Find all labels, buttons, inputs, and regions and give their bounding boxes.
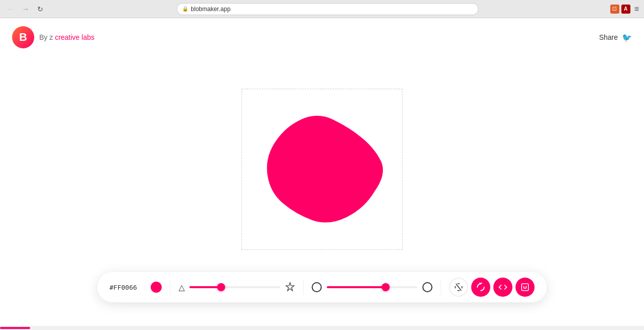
canvas-area <box>0 58 644 280</box>
brave-extension-icon: ⚀ <box>610 5 619 14</box>
divider-2 <box>303 280 304 295</box>
blob-canvas[interactable] <box>242 89 403 250</box>
logo-area: B By z creative labs <box>12 26 95 48</box>
page-content: B By z creative labs Share 🐦 #FF0066 △ <box>0 18 644 330</box>
share-area[interactable]: Share 🐦 <box>599 33 632 42</box>
twitter-icon: 🐦 <box>622 33 632 42</box>
share-label: Share <box>599 33 618 41</box>
scrollbar-thumb[interactable] <box>0 327 30 329</box>
forward-button[interactable]: → <box>20 4 31 14</box>
contrast-slider-thumb[interactable] <box>382 283 390 291</box>
wand-button[interactable] <box>449 278 468 297</box>
contrast-slider-section <box>312 282 433 292</box>
divider-1 <box>170 280 171 295</box>
action-buttons <box>449 278 535 297</box>
contrast-slider-fill <box>327 286 386 288</box>
complexity-slider-section: △ <box>179 282 295 293</box>
contrast-icon <box>312 282 322 292</box>
divider-3 <box>441 280 441 295</box>
scrollbar-bottom <box>0 326 644 330</box>
browser-menu-icon[interactable]: ≡ <box>634 5 639 14</box>
logo-icon: B <box>12 26 34 48</box>
contrast-slider-track[interactable] <box>327 286 418 288</box>
copy-svg-button[interactable] <box>494 278 513 297</box>
blob-path <box>267 115 383 222</box>
toolbar: #FF0066 △ <box>98 272 547 302</box>
download-button[interactable] <box>516 278 535 297</box>
reload-button[interactable]: ↻ <box>35 4 45 14</box>
complexity-icon: △ <box>179 283 185 292</box>
star-icon <box>285 282 295 293</box>
lock-icon: 🔒 <box>182 6 188 12</box>
back-button[interactable]: ← <box>5 4 16 14</box>
browser-chrome: ← → ↻ 🔒 blobmaker.app ⚀ A ≡ <box>0 0 644 18</box>
a-extension-icon: A <box>621 5 630 14</box>
color-picker-dot[interactable] <box>151 282 162 293</box>
randomize-button[interactable] <box>471 278 491 297</box>
svg-rect-2 <box>522 284 529 291</box>
page-header: B By z creative labs Share 🐦 <box>0 18 644 56</box>
svg-line-1 <box>456 284 461 291</box>
complexity-slider-fill <box>190 286 221 288</box>
blob-svg <box>257 104 387 235</box>
complexity-slider-thumb[interactable] <box>217 283 225 291</box>
creative-labs-link[interactable]: creative labs <box>55 33 95 41</box>
browser-extensions: ⚀ A ≡ <box>610 5 639 14</box>
color-hex-label: #FF0066 <box>110 284 145 291</box>
address-bar[interactable]: 🔒 blobmaker.app <box>177 3 478 15</box>
url-text: blobmaker.app <box>191 6 230 13</box>
complexity-slider-track[interactable] <box>190 286 280 288</box>
svg-marker-0 <box>286 283 294 291</box>
circle-end-icon <box>423 282 433 292</box>
by-text: By z creative labs <box>39 33 95 41</box>
